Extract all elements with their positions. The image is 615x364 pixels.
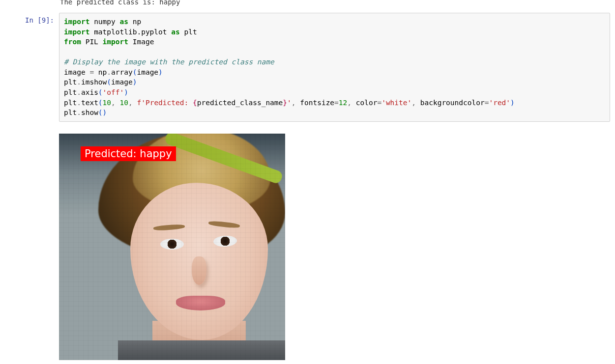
fn-axis: axis bbox=[81, 88, 98, 96]
fn-text: text bbox=[81, 99, 98, 107]
op-eq: = bbox=[377, 99, 381, 107]
plt: plt bbox=[64, 78, 77, 86]
output-image: Predicted: happy bbox=[59, 134, 285, 360]
arg-image: image bbox=[137, 68, 158, 76]
fn-show: show bbox=[81, 109, 98, 116]
paren-close: ) bbox=[158, 68, 163, 76]
output-prompt-empty bbox=[5, 126, 59, 129]
kw-import: import bbox=[64, 18, 89, 26]
output-row: Predicted: happy bbox=[5, 126, 610, 360]
plt: plt bbox=[64, 109, 77, 116]
si-close: } bbox=[283, 99, 287, 107]
np: np bbox=[94, 68, 107, 76]
plt: plt bbox=[64, 88, 77, 96]
fstr-suffix: ' bbox=[287, 99, 292, 107]
input-prompt: In [9]: bbox=[5, 13, 59, 24]
cls-image: Image bbox=[133, 38, 154, 46]
kw-import: import bbox=[64, 28, 89, 36]
mod-mpl: matplotlib.pyplot bbox=[94, 28, 167, 36]
paren-open: ( bbox=[98, 99, 103, 107]
eye-left bbox=[160, 239, 184, 250]
fn-array: array bbox=[111, 68, 133, 76]
comma: , bbox=[347, 99, 351, 107]
fstr-prefix: f'Predicted: bbox=[137, 99, 193, 107]
image-placeholder bbox=[59, 134, 285, 360]
prev-output-text: The predicted class is: happy bbox=[59, 0, 610, 9]
shirt-layer bbox=[118, 340, 285, 360]
predicted-label: Predicted: happy bbox=[81, 146, 176, 161]
kw-fontsize: fontsize bbox=[300, 99, 334, 107]
comma: , bbox=[411, 99, 416, 107]
dot: . bbox=[107, 68, 111, 76]
prompt-empty bbox=[5, 0, 59, 3]
comma: , bbox=[111, 99, 116, 107]
num-10b: 10 bbox=[120, 99, 128, 107]
prev-output-content: The predicted class is: happy bbox=[59, 0, 610, 9]
notebook: The predicted class is: happy In [9]: im… bbox=[0, 0, 615, 360]
paren-open: ( bbox=[98, 109, 103, 116]
paren-close: ) bbox=[133, 78, 137, 86]
kw-as: as bbox=[171, 28, 179, 36]
si-open: { bbox=[193, 99, 197, 107]
dot: . bbox=[77, 99, 81, 107]
plt: plt bbox=[64, 99, 77, 107]
code-input-area[interactable]: import numpy as np import matplotlib.pyp… bbox=[59, 13, 610, 122]
kw-as: as bbox=[120, 18, 128, 26]
var-pcn: predicted_class_name bbox=[197, 99, 283, 107]
mod-numpy: numpy bbox=[94, 18, 116, 26]
paren-close: ) bbox=[510, 99, 515, 107]
dot: . bbox=[77, 109, 81, 116]
num-10a: 10 bbox=[103, 99, 111, 107]
comma: , bbox=[128, 99, 133, 107]
paren-close: ) bbox=[124, 88, 128, 96]
op-eq: = bbox=[334, 99, 339, 107]
fn-imshow: imshow bbox=[81, 78, 107, 86]
mouth-layer bbox=[176, 296, 225, 310]
var-image: image bbox=[64, 68, 86, 76]
kw-bgcolor: backgroundcolor bbox=[420, 99, 485, 107]
nose-layer bbox=[192, 256, 206, 285]
dot: . bbox=[77, 78, 81, 86]
alias-plt: plt bbox=[184, 28, 197, 36]
comment: # Display the image with the predicted c… bbox=[64, 58, 274, 66]
paren-open: ( bbox=[98, 88, 103, 96]
str-off: 'off' bbox=[103, 88, 124, 96]
paren-close: ) bbox=[103, 109, 107, 116]
arg-image: image bbox=[111, 78, 133, 86]
comma: , bbox=[292, 99, 296, 107]
op-eq: = bbox=[89, 68, 94, 76]
alias-np: np bbox=[133, 18, 141, 26]
paren-open: ( bbox=[107, 78, 111, 86]
kw-import: import bbox=[103, 38, 128, 46]
code-content: import numpy as np import matplotlib.pyp… bbox=[59, 13, 610, 122]
mod-pil: PIL bbox=[86, 38, 98, 46]
kw-color: color bbox=[356, 99, 378, 107]
kw-from: from bbox=[64, 38, 81, 46]
dot: . bbox=[77, 88, 81, 96]
output-content: Predicted: happy bbox=[59, 126, 610, 360]
prev-output-row: The predicted class is: happy bbox=[5, 0, 610, 9]
str-red: 'red' bbox=[489, 99, 510, 107]
str-white: 'white' bbox=[381, 99, 411, 107]
num-12: 12 bbox=[339, 99, 347, 107]
code-cell-row: In [9]: import numpy as np import matplo… bbox=[5, 13, 610, 122]
